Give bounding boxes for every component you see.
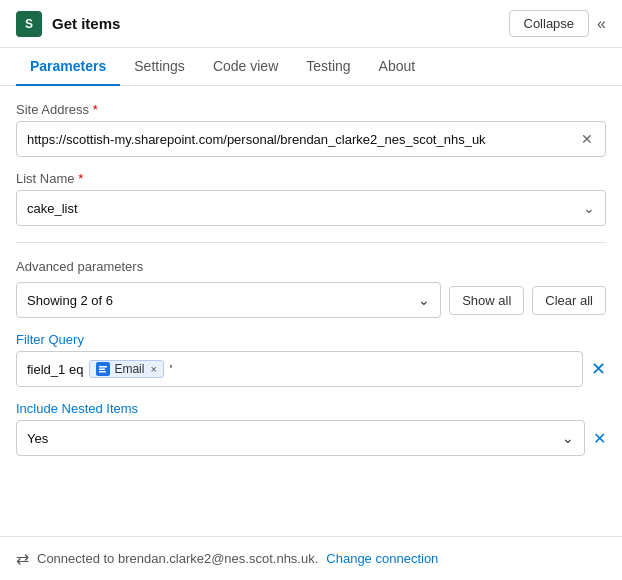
change-connection-link[interactable]: Change connection (326, 551, 438, 566)
page-title: Get items (52, 15, 120, 32)
advanced-showing-value: Showing 2 of 6 (27, 293, 418, 308)
tab-parameters[interactable]: Parameters (16, 48, 120, 86)
filter-query-section: Filter Query field_1 eq Email × (16, 332, 606, 387)
include-nested-section: Include Nested Items Yes ⌄ ✕ (16, 401, 606, 456)
connection-icon: ⇄ (16, 549, 29, 568)
token-remove-icon[interactable]: × (150, 363, 156, 375)
svg-rect-2 (99, 371, 106, 373)
include-nested-value: Yes (27, 431, 562, 446)
clear-all-button[interactable]: Clear all (532, 286, 606, 315)
show-all-button[interactable]: Show all (449, 286, 524, 315)
svg-rect-0 (99, 366, 107, 368)
filter-query-clear-icon[interactable]: ✕ (591, 358, 606, 380)
filter-query-label: Filter Query (16, 332, 606, 347)
advanced-controls: Showing 2 of 6 ⌄ Show all Clear all (16, 282, 606, 318)
tab-bar: Parameters Settings Code view Testing Ab… (0, 48, 622, 86)
advanced-chevron-icon: ⌄ (418, 292, 430, 308)
site-address-group: Site Address * ✕ (16, 102, 606, 157)
include-nested-label: Include Nested Items (16, 401, 606, 416)
tab-settings[interactable]: Settings (120, 48, 199, 86)
site-address-clear-icon[interactable]: ✕ (579, 131, 595, 147)
advanced-select[interactable]: Showing 2 of 6 ⌄ (16, 282, 441, 318)
header-left: S Get items (16, 11, 120, 37)
token-icon (96, 362, 110, 376)
filter-query-prefix: field_1 eq (27, 362, 83, 377)
app-icon: S (16, 11, 42, 37)
site-address-input[interactable] (27, 132, 579, 147)
list-name-group: List Name * cake_list ⌄ (16, 171, 606, 226)
site-address-label: Site Address * (16, 102, 606, 117)
advanced-label: Advanced parameters (16, 259, 606, 274)
filter-query-input-wrapper[interactable]: field_1 eq Email × ' (16, 351, 583, 387)
include-nested-clear-icon[interactable]: ✕ (593, 429, 606, 448)
footer: ⇄ Connected to brendan.clarke2@nes.scot.… (0, 536, 622, 580)
token-label: Email (114, 362, 144, 376)
list-name-value: cake_list (27, 201, 583, 216)
double-arrow-icon[interactable]: « (597, 15, 606, 33)
collapse-button[interactable]: Collapse (509, 10, 590, 37)
include-nested-row: Yes ⌄ ✕ (16, 420, 606, 456)
tab-testing[interactable]: Testing (292, 48, 364, 86)
tab-about[interactable]: About (365, 48, 430, 86)
tab-codeview[interactable]: Code view (199, 48, 292, 86)
header: S Get items Collapse « (0, 0, 622, 48)
site-address-input-wrapper[interactable]: ✕ (16, 121, 606, 157)
content-area: Site Address * ✕ List Name * cake_list ⌄… (0, 86, 622, 472)
list-name-label: List Name * (16, 171, 606, 186)
list-name-required: * (78, 171, 83, 186)
filter-query-token[interactable]: Email × (89, 360, 163, 378)
advanced-section: Advanced parameters Showing 2 of 6 ⌄ Sho… (16, 259, 606, 318)
filter-query-suffix: ' (170, 362, 172, 377)
include-nested-chevron-icon: ⌄ (562, 430, 574, 446)
list-name-chevron-icon: ⌄ (583, 200, 595, 216)
connection-text: Connected to brendan.clarke2@nes.scot.nh… (37, 551, 318, 566)
list-name-select[interactable]: cake_list ⌄ (16, 190, 606, 226)
site-address-required: * (93, 102, 98, 117)
divider (16, 242, 606, 243)
include-nested-select[interactable]: Yes ⌄ (16, 420, 585, 456)
svg-rect-1 (99, 369, 105, 371)
header-right: Collapse « (509, 10, 607, 37)
